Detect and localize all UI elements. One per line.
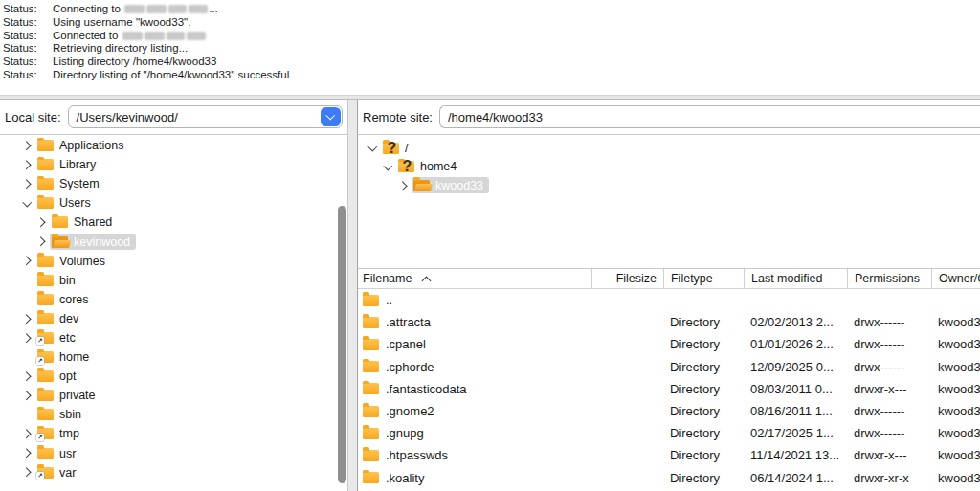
column-header-label: Filesize	[616, 272, 657, 285]
column-header-owner-g[interactable]: Owner/G	[931, 269, 980, 288]
file-row[interactable]: .attractaDirectory02/02/2013 2...drwx---…	[358, 311, 980, 333]
tree-item-sbin[interactable]: sbin	[0, 405, 347, 424]
expander-down-icon[interactable]	[20, 196, 33, 210]
expander-spacer	[20, 293, 33, 306]
column-header-filesize[interactable]: Filesize	[591, 269, 663, 288]
tree-item-cores[interactable]: cores	[0, 290, 347, 309]
local-site-combobox[interactable]: /Users/kevinwood/	[68, 105, 343, 128]
file-row[interactable]: .koalityDirectory06/14/2024 1...drwxr-xr…	[358, 467, 980, 489]
tree-item-etc[interactable]: ↗etc	[0, 328, 347, 347]
row-content: ?home4	[396, 159, 462, 175]
expander-right-icon[interactable]	[34, 235, 48, 249]
tree-item-home[interactable]: ↗home	[0, 347, 347, 367]
remote-site-label: Remote site:	[363, 110, 433, 124]
status-log: Status:Connecting to ...Status:Using use…	[0, 0, 980, 95]
status-log-label: Status:	[0, 42, 53, 56]
expander-right-icon[interactable]	[20, 331, 33, 345]
redacted-ip-block	[122, 32, 206, 40]
file-type-cell: Directory	[663, 356, 744, 378]
local-site-path: /Users/kevinwood/	[77, 110, 321, 124]
tree-item-opt[interactable]: opt	[0, 367, 347, 386]
last-modified-cell: 02/17/2025 1...	[744, 422, 847, 444]
column-header-filetype[interactable]: Filetype	[663, 269, 744, 288]
tree-item-root[interactable]: ?/	[358, 139, 980, 158]
file-name: .gnome2	[386, 404, 434, 418]
file-row[interactable]: .htpasswdsDirectory11/14/2021 13...drwxr…	[358, 444, 980, 466]
tree-item-kevinwood[interactable]: kevinwood	[0, 232, 347, 251]
file-name-cell: .gnome2	[358, 400, 591, 422]
expander-down-icon[interactable]	[381, 160, 394, 173]
local-tree-scrollbar[interactable]	[338, 206, 346, 483]
tree-item-var[interactable]: ↗var	[0, 463, 347, 482]
tree-item-usr[interactable]: usr	[0, 444, 347, 463]
row-content: Library	[35, 157, 101, 173]
symlink-arrow-badge: ↗	[36, 434, 44, 441]
tree-item-kwood33[interactable]: kwood33	[358, 176, 980, 195]
expander-right-icon[interactable]	[34, 215, 48, 229]
status-log-line: Status:Connecting to ...	[0, 3, 980, 16]
file-size-cell	[591, 378, 663, 400]
expander-right-icon[interactable]	[20, 447, 33, 460]
expander-right-icon[interactable]	[20, 177, 33, 190]
tree-item-bin[interactable]: bin	[0, 271, 347, 290]
tree-item-tmp[interactable]: ↗tmp	[0, 424, 347, 443]
folder-icon	[363, 317, 379, 328]
file-list-header: FilenameFilesizeFiletypeLast modifiedPer…	[358, 269, 980, 289]
tree-item-home4[interactable]: ?home4	[358, 158, 980, 177]
expander-right-icon[interactable]	[20, 158, 33, 171]
tree-item-applications[interactable]: Applications	[0, 136, 347, 155]
expander-right-icon[interactable]	[396, 179, 410, 192]
expander-right-icon[interactable]	[20, 369, 33, 383]
question-mark-overlay: ?	[388, 140, 397, 156]
panel-splitter[interactable]	[347, 100, 358, 491]
folder-icon	[37, 275, 54, 286]
row-content: dev	[35, 310, 84, 326]
folder-icon	[37, 313, 54, 324]
file-row[interactable]: .gnupgDirectory02/17/2025 1...drwx------…	[358, 422, 980, 444]
tree-item-users[interactable]: Users	[0, 193, 347, 212]
file-row[interactable]: .cphordeDirectory12/09/2025 0...drwx----…	[358, 356, 980, 378]
tree-item-private[interactable]: private	[0, 386, 347, 405]
expander-down-icon[interactable]	[366, 142, 379, 155]
folder-icon	[37, 197, 54, 209]
status-log-label: Status:	[0, 3, 53, 16]
status-log-line: Status:Using username "kwood33".	[0, 16, 980, 30]
column-header-last-modified[interactable]: Last modified	[744, 269, 847, 288]
file-row[interactable]: ..	[358, 289, 980, 311]
local-site-dropdown-button[interactable]	[321, 107, 341, 126]
tree-item-label: home	[59, 350, 89, 364]
selected-highlight: kwood33	[412, 177, 489, 193]
expander-right-icon[interactable]	[20, 389, 33, 402]
file-name: .koality	[386, 471, 424, 485]
tree-item-label: System	[59, 177, 100, 190]
remote-site-input[interactable]	[439, 105, 980, 128]
folder-icon	[37, 178, 54, 190]
expander-spacer	[20, 408, 33, 421]
file-size-cell	[591, 444, 663, 466]
status-log-label: Status:	[0, 69, 53, 82]
folder-question-icon: ?	[383, 143, 399, 154]
expander-right-icon[interactable]	[20, 466, 33, 480]
file-name: ..	[386, 293, 392, 307]
column-header-permissions[interactable]: Permissions	[847, 269, 931, 288]
file-row[interactable]: .fantasticodataDirectory08/03/2011 0...d…	[358, 378, 980, 400]
tree-item-system[interactable]: System	[0, 174, 347, 193]
status-log-message: Retrieving directory listing...	[53, 42, 188, 56]
tree-item-library[interactable]: Library	[0, 155, 347, 174]
expander-right-icon[interactable]	[20, 312, 33, 325]
tree-item-dev[interactable]: dev	[0, 309, 347, 328]
tree-item-volumes[interactable]: Volumes	[0, 252, 347, 271]
column-header-filename[interactable]: Filename	[358, 269, 591, 288]
symlink-arrow-badge: ↗	[36, 472, 44, 480]
folder-icon	[37, 256, 54, 267]
file-row[interactable]: .gnome2Directory08/16/2011 1...drwx-----…	[358, 400, 980, 422]
last-modified-cell	[744, 289, 847, 311]
tree-item-shared[interactable]: Shared	[0, 212, 347, 232]
owner-group-cell: kwood3	[931, 400, 980, 422]
symlink-arrow-badge: ↗	[36, 357, 44, 365]
expander-right-icon[interactable]	[20, 255, 33, 268]
expander-right-icon[interactable]	[20, 139, 33, 152]
expander-right-icon[interactable]	[20, 427, 33, 440]
file-row[interactable]: .cpanelDirectory01/01/2026 2...drwx-----…	[358, 333, 980, 355]
folder-icon	[363, 295, 379, 306]
